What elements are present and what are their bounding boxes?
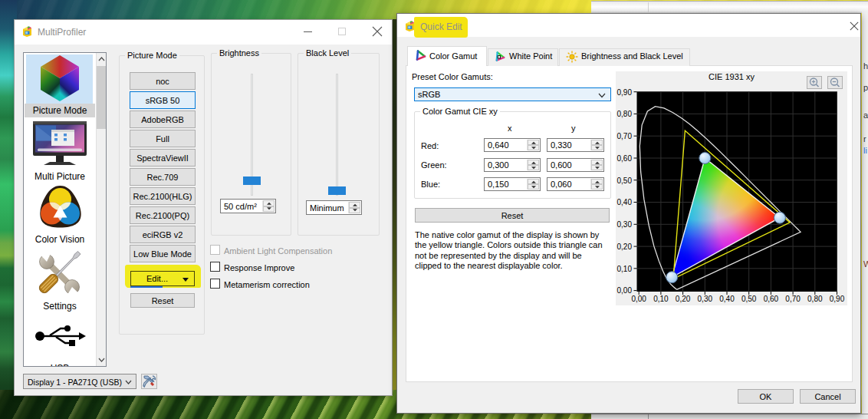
svg-text:0,20: 0,20 [676, 295, 691, 303]
svg-text:0,80: 0,80 [807, 295, 823, 303]
svg-text:0,10: 0,10 [617, 265, 633, 273]
svg-text:0,30: 0,30 [698, 295, 713, 303]
svg-text:0,70: 0,70 [617, 132, 633, 140]
svg-text:0,90: 0,90 [617, 88, 633, 97]
svg-text:0,50: 0,50 [741, 295, 757, 303]
svg-text:0,40: 0,40 [719, 295, 735, 303]
svg-text:0,20: 0,20 [617, 242, 633, 251]
svg-text:0,70: 0,70 [785, 295, 801, 303]
svg-text:0,90: 0,90 [830, 295, 845, 303]
svg-text:0,50: 0,50 [617, 177, 633, 185]
svg-text:0,30: 0,30 [617, 220, 633, 229]
svg-text:0,10: 0,10 [653, 295, 669, 303]
svg-text:0,80: 0,80 [617, 110, 633, 118]
svg-text:0,40: 0,40 [617, 198, 633, 206]
svg-text:0,60: 0,60 [617, 154, 633, 163]
svg-text:0,00: 0,00 [631, 295, 646, 303]
svg-text:0,00: 0,00 [617, 286, 633, 295]
svg-text:0,60: 0,60 [764, 295, 779, 303]
